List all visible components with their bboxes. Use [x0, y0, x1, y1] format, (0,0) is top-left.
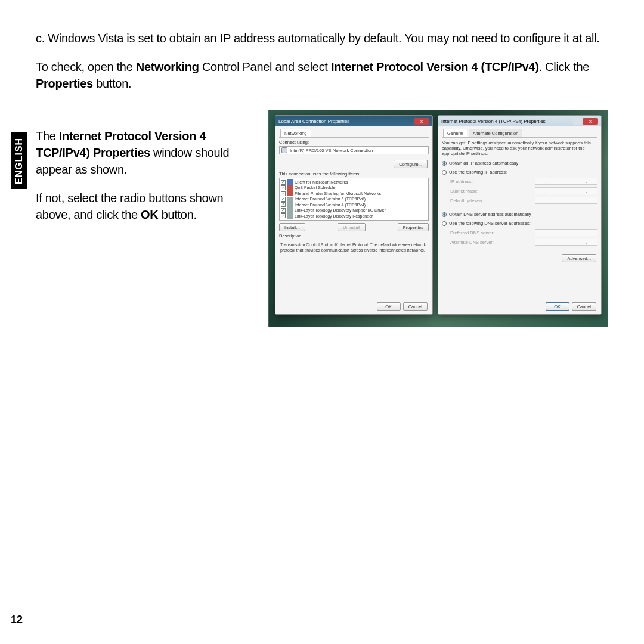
- gateway-field[interactable]: ...: [535, 197, 597, 204]
- text: button.: [158, 208, 196, 221]
- page-number: 12: [11, 614, 23, 626]
- ok-button[interactable]: OK: [377, 302, 401, 311]
- radio-icon[interactable]: [442, 170, 447, 175]
- text: . Click the: [539, 60, 590, 73]
- label-connect-using: Connect using:: [279, 140, 429, 145]
- item-label: Link-Layer Topology Discovery Mapper I/O…: [295, 208, 386, 213]
- item-label: Client for Microsoft Networks: [295, 179, 348, 185]
- paragraph-c: c. Windows Vista is set to obtain an IP …: [36, 30, 608, 47]
- minimize-icon[interactable]: [573, 118, 581, 125]
- language-tab: ENGLISH: [11, 132, 27, 189]
- radio-label: Use the following DNS server addresses:: [449, 221, 531, 226]
- text: button.: [93, 77, 131, 90]
- radio-icon[interactable]: [442, 212, 447, 217]
- dns1-field[interactable]: ...: [535, 229, 597, 236]
- radio-icon[interactable]: [442, 221, 447, 226]
- checkbox-icon[interactable]: [281, 180, 286, 185]
- tab-row: General Alternate Configuration: [442, 129, 597, 138]
- tab-alternate[interactable]: Alternate Configuration: [469, 129, 523, 137]
- caption-b: If not, select the radio buttons shown a…: [36, 190, 256, 223]
- description-text: Transmission Control Protocol/Internet P…: [279, 242, 429, 255]
- mask-field[interactable]: ...: [535, 187, 597, 194]
- component-icon: [287, 191, 293, 196]
- checkbox-icon[interactable]: [281, 197, 286, 202]
- cancel-button[interactable]: Cancel: [572, 302, 596, 311]
- cancel-button[interactable]: Cancel: [403, 302, 428, 311]
- checkbox-icon[interactable]: [281, 185, 286, 190]
- checkbox-icon[interactable]: [281, 202, 286, 207]
- radio-label: Obtain an IP address automatically: [449, 160, 518, 166]
- paragraph-check: To check, open the Networking Control Pa…: [36, 58, 608, 92]
- tab-networking[interactable]: Networking: [280, 129, 311, 137]
- ip-field[interactable]: ...: [535, 178, 597, 185]
- adapter-icon: [281, 147, 287, 153]
- component-icon: [287, 197, 293, 202]
- component-icon: [287, 202, 293, 208]
- item-label: Link-Layer Topology Discovery Responder: [295, 213, 373, 219]
- properties-button[interactable]: Properties: [398, 223, 429, 231]
- text: Control Panel and select: [199, 60, 331, 73]
- label-dns1: Preferred DNS server:: [450, 230, 494, 236]
- radio-label: Use the following IP address:: [449, 169, 507, 175]
- screenshot-area: Local Area Connection Properties x Netwo…: [268, 110, 608, 327]
- lan-properties-window: Local Area Connection Properties x Netwo…: [275, 115, 433, 315]
- text: To check, open the: [36, 60, 136, 73]
- items-list[interactable]: Client for Microsoft Networks QoS Packet…: [279, 178, 429, 221]
- checkbox-icon[interactable]: [281, 191, 286, 196]
- list-item[interactable]: Internet Protocol Version 4 (TCP/IPv4): [281, 202, 427, 208]
- radio-label: Obtain DNS server address automatically: [449, 212, 531, 217]
- caption-a: The Internet Protocol Version 4 TCP/IPv4…: [36, 128, 256, 178]
- bold: OK: [141, 208, 158, 221]
- label-ip: IP address:: [450, 179, 473, 184]
- ok-button[interactable]: OK: [546, 302, 569, 311]
- list-item[interactable]: Client for Microsoft Networks: [281, 179, 427, 185]
- item-label: Internet Protocol Version 6 (TCP/IPv6): [295, 196, 366, 202]
- radio-manual-dns[interactable]: Use the following DNS server addresses:: [442, 221, 597, 226]
- radio-manual-ip[interactable]: Use the following IP address:: [442, 169, 597, 175]
- list-item[interactable]: File and Printer Sharing for Microsoft N…: [281, 191, 427, 196]
- configure-button[interactable]: Configure...: [394, 160, 428, 168]
- adapter-name: Intel(R) PRO/100 VE Network Connection: [290, 148, 373, 153]
- tcpip-properties-window: Internet Protocol Version 4 (TCP/IPv4) P…: [438, 115, 602, 315]
- component-icon: [287, 213, 293, 219]
- item-label: QoS Packet Scheduler: [295, 185, 337, 190]
- label-mask: Subnet mask:: [450, 188, 478, 194]
- label-gateway: Default gateway:: [450, 198, 484, 203]
- tab-row: Networking: [279, 129, 429, 138]
- install-button[interactable]: Install...: [279, 223, 305, 231]
- radio-auto-ip[interactable]: Obtain an IP address automatically: [442, 160, 597, 166]
- list-item[interactable]: Internet Protocol Version 6 (TCP/IPv6): [281, 196, 427, 202]
- list-item[interactable]: QoS Packet Scheduler: [281, 185, 427, 190]
- dns2-field[interactable]: ...: [535, 239, 597, 246]
- close-icon[interactable]: x: [414, 118, 429, 125]
- bold: Properties: [36, 77, 93, 90]
- component-icon: [287, 185, 293, 191]
- component-icon: [287, 208, 293, 213]
- uninstall-button[interactable]: Uninstall: [338, 223, 366, 231]
- label-dns2: Alternate DNS server:: [450, 240, 494, 245]
- item-label: Internet Protocol Version 4 (TCP/IPv4): [295, 202, 366, 208]
- titlebar: Internet Protocol Version 4 (TCP/IPv4) P…: [438, 116, 601, 126]
- titlebar: Local Area Connection Properties x: [275, 116, 432, 126]
- label-description: Description: [279, 233, 429, 239]
- radio-auto-dns[interactable]: Obtain DNS server address automatically: [442, 212, 597, 217]
- window-title: Internet Protocol Version 4 (TCP/IPv4) P…: [441, 119, 546, 124]
- window-title: Local Area Connection Properties: [278, 119, 349, 124]
- advanced-button[interactable]: Advanced...: [562, 254, 596, 262]
- list-item[interactable]: Link-Layer Topology Discovery Mapper I/O…: [281, 208, 427, 213]
- instruction-text: You can get IP settings assigned automat…: [442, 140, 597, 156]
- adapter-field: Intel(R) PRO/100 VE Network Connection: [279, 146, 429, 154]
- radio-icon[interactable]: [442, 161, 447, 166]
- bold: Networking: [136, 60, 199, 73]
- checkbox-icon[interactable]: [281, 213, 286, 218]
- text: The: [36, 129, 59, 143]
- item-label: File and Printer Sharing for Microsoft N…: [295, 191, 381, 196]
- bold: Internet Protocol Version 4 (TCP/IPv4): [331, 60, 539, 73]
- list-item[interactable]: Link-Layer Topology Discovery Responder: [281, 213, 427, 219]
- component-icon: [287, 179, 293, 185]
- tab-general[interactable]: General: [443, 129, 467, 137]
- close-icon[interactable]: x: [583, 118, 598, 125]
- checkbox-icon[interactable]: [281, 208, 286, 213]
- label-items: This connection uses the following items…: [279, 171, 429, 177]
